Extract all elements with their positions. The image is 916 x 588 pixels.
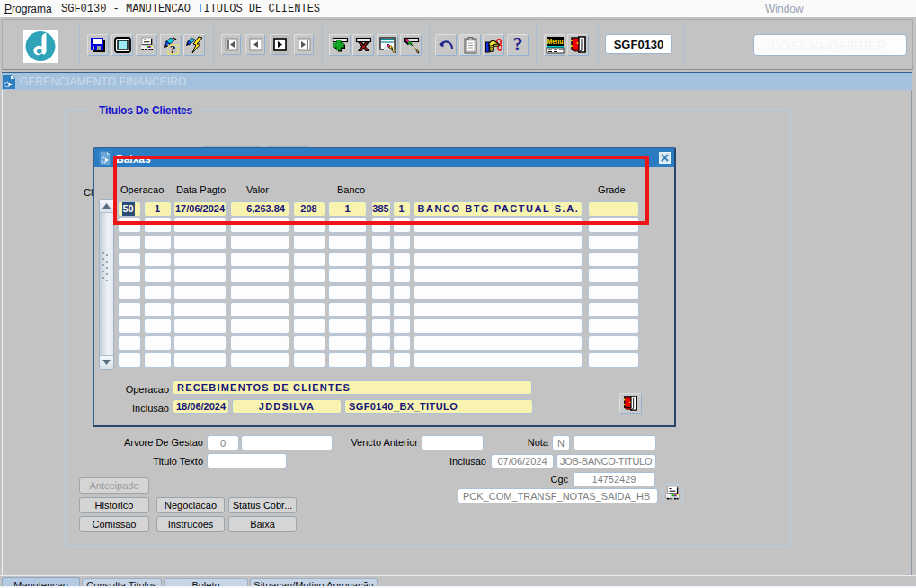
svg-text:Menu: Menu (547, 37, 563, 46)
svg-text:?: ? (170, 42, 176, 55)
